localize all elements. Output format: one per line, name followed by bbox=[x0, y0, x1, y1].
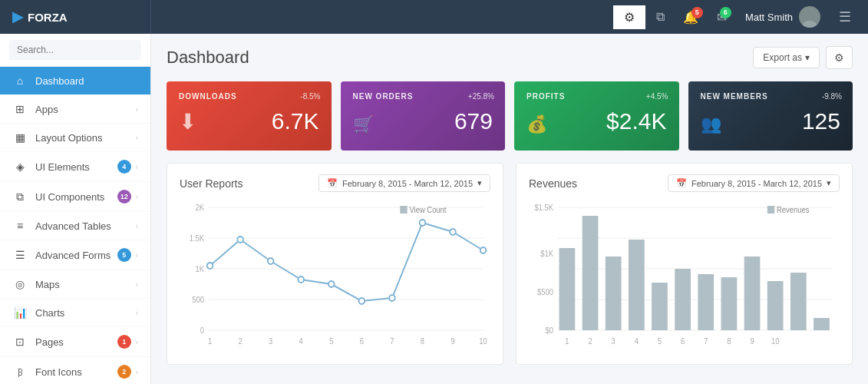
cart-icon: 🛒 bbox=[353, 114, 374, 134]
chevron-right-icon: › bbox=[136, 368, 138, 376]
user-reports-title: User Reports bbox=[180, 177, 243, 190]
user-reports-date-range: February 8, 2015 - March 12, 2015 bbox=[342, 179, 473, 188]
sidebar-item-label: Font Icons bbox=[35, 366, 117, 378]
user-reports-header: User Reports 📅 February 8, 2015 - March … bbox=[180, 174, 490, 192]
svg-rect-65 bbox=[767, 206, 774, 214]
chevron-right-icon: › bbox=[136, 280, 138, 289]
svg-text:1: 1 bbox=[565, 337, 569, 346]
brand-name: FORZA bbox=[28, 11, 68, 24]
svg-rect-32 bbox=[400, 206, 407, 214]
user-info: Matt Smith bbox=[738, 6, 828, 28]
stat-card-profits: PROFITS +4.5% 💰 $2.4K bbox=[514, 81, 679, 151]
puzzle-button[interactable]: ⧉ bbox=[649, 5, 672, 28]
sidebar-item-label: Pages bbox=[35, 336, 117, 348]
brand: ▶ FORZA bbox=[0, 0, 151, 34]
page-title: Dashboard bbox=[167, 48, 249, 68]
layout-icon: ▦ bbox=[12, 131, 28, 144]
search-input[interactable] bbox=[9, 40, 141, 60]
home-icon: ⌂ bbox=[12, 74, 28, 87]
sidebar-item-charts[interactable]: 📊 Charts › bbox=[0, 299, 150, 327]
envelope-button[interactable]: ✉ 6 bbox=[709, 5, 734, 29]
downloads-label: DOWNLOADS bbox=[179, 92, 319, 101]
chevron-down-icon: ▾ bbox=[827, 178, 831, 188]
calendar-icon: 📅 bbox=[327, 178, 338, 188]
svg-point-30 bbox=[450, 229, 456, 235]
user-name: Matt Smith bbox=[745, 12, 793, 23]
stat-cards: DOWNLOADS -8.5% ⬇ 6.7K NEW ORDERS +25.8%… bbox=[167, 81, 853, 151]
chevron-right-icon: › bbox=[136, 251, 138, 260]
elements-icon: ◈ bbox=[12, 161, 28, 173]
sidebar-search-container bbox=[0, 34, 150, 67]
revenues-title: Revenues bbox=[529, 177, 577, 190]
revenues-date-picker[interactable]: 📅 February 8, 2015 - March 12, 2015 ▾ bbox=[668, 174, 840, 192]
content-area: Dashboard Export as ▾ ⚙ DOWNLOADS -8.5% … bbox=[151, 34, 868, 384]
revenues-panel: Revenues 📅 February 8, 2015 - March 12, … bbox=[516, 163, 853, 365]
svg-text:2K: 2K bbox=[196, 204, 205, 212]
svg-rect-46 bbox=[629, 240, 645, 330]
svg-text:$1.5K: $1.5K bbox=[534, 204, 553, 212]
profits-value: $2.4K bbox=[606, 108, 666, 134]
brand-icon: ▶ bbox=[12, 8, 23, 25]
sidebar-item-advanced-tables[interactable]: ≡ Advanced Tables › bbox=[0, 212, 150, 240]
svg-text:7: 7 bbox=[704, 337, 708, 346]
sidebar-item-pages[interactable]: ⊡ Pages 1 › bbox=[0, 327, 150, 357]
svg-text:$0: $0 bbox=[546, 326, 554, 335]
sidebar-item-apps[interactable]: ⊞ Apps › bbox=[0, 95, 150, 124]
avatar bbox=[799, 6, 820, 28]
export-button[interactable]: Export as ▾ bbox=[753, 47, 820, 68]
svg-text:1K: 1K bbox=[196, 265, 205, 273]
stat-card-new-orders: NEW ORDERS +25.8% 🛒 679 bbox=[341, 81, 506, 151]
download-icon: ⬇ bbox=[179, 109, 196, 134]
hamburger-icon[interactable]: ☰ bbox=[831, 4, 859, 30]
chevron-right-icon: › bbox=[136, 134, 138, 142]
user-reports-panel: User Reports 📅 February 8, 2015 - March … bbox=[167, 163, 503, 365]
chart-icon: 📊 bbox=[12, 306, 28, 319]
svg-text:Revenues: Revenues bbox=[777, 206, 810, 214]
map-icon: ◎ bbox=[12, 278, 28, 290]
puzzle-icon: ⧉ bbox=[656, 10, 665, 24]
sidebar-item-dashboard[interactable]: ⌂ Dashboard bbox=[0, 67, 150, 95]
chart-panels: User Reports 📅 February 8, 2015 - March … bbox=[167, 163, 853, 365]
revenues-header: Revenues 📅 February 8, 2015 - March 12, … bbox=[529, 174, 840, 192]
sidebar-item-label: Apps bbox=[35, 104, 136, 115]
svg-text:10: 10 bbox=[771, 337, 780, 346]
font-icons-badge: 2 bbox=[117, 365, 131, 379]
revenues-chart: $1.5K $1K $500 $0 bbox=[529, 200, 840, 353]
sidebar-item-ui-components[interactable]: ⧉ UI Components 12 › bbox=[0, 182, 150, 212]
user-reports-chart: 2K 1.5K 1K 500 0 1 2 3 4 5 6 7 8 bbox=[180, 200, 490, 353]
sidebar-item-font-icons[interactable]: Ꞵ Font Icons 2 › bbox=[0, 357, 150, 384]
svg-rect-47 bbox=[652, 283, 668, 330]
bell-button[interactable]: 🔔 5 bbox=[675, 5, 706, 29]
sidebar-item-advanced-forms[interactable]: ☰ Advanced Forms 5 › bbox=[0, 240, 150, 270]
stat-card-new-members: NEW MEMBERS -9.8% 👥 125 bbox=[688, 81, 853, 151]
pages-icon: ⊡ bbox=[12, 336, 28, 348]
svg-rect-51 bbox=[744, 257, 761, 330]
svg-rect-43 bbox=[559, 248, 576, 330]
stat-card-downloads: DOWNLOADS -8.5% ⬇ 6.7K bbox=[167, 81, 332, 151]
sidebar-item-maps[interactable]: ◎ Maps › bbox=[0, 270, 150, 299]
sidebar-item-layout[interactable]: ▦ Layout Options › bbox=[0, 124, 150, 152]
calendar-icon: 📅 bbox=[676, 178, 687, 188]
sidebar-item-ui-elements[interactable]: ◈ UI Elements 4 › bbox=[0, 152, 150, 182]
pages-badge: 1 bbox=[117, 335, 131, 349]
svg-text:3: 3 bbox=[612, 337, 616, 346]
svg-text:9: 9 bbox=[451, 337, 454, 346]
svg-text:10: 10 bbox=[479, 337, 487, 346]
svg-text:5: 5 bbox=[658, 337, 662, 346]
downloads-value: 6.7K bbox=[272, 108, 319, 134]
bell-badge: 5 bbox=[691, 7, 703, 18]
user-reports-date-picker[interactable]: 📅 February 8, 2015 - March 12, 2015 ▾ bbox=[318, 174, 490, 192]
svg-point-22 bbox=[207, 263, 213, 269]
profits-bottom: 💰 $2.4K bbox=[526, 108, 667, 134]
chevron-right-icon: › bbox=[136, 338, 138, 346]
members-change: -9.8% bbox=[822, 92, 842, 101]
settings-button[interactable]: ⚙ bbox=[826, 46, 853, 69]
svg-rect-53 bbox=[790, 273, 807, 330]
topnav-actions: ⚙ ⧉ 🔔 5 ✉ 6 Matt Smith ☰ bbox=[613, 4, 868, 30]
forms-icon: ☰ bbox=[12, 249, 28, 261]
gear-button[interactable]: ⚙ bbox=[613, 5, 645, 29]
svg-point-24 bbox=[268, 258, 274, 264]
sidebar-item-label: Advanced Forms bbox=[35, 250, 117, 261]
orders-change: +25.8% bbox=[468, 92, 494, 101]
chevron-right-icon: › bbox=[136, 105, 138, 114]
